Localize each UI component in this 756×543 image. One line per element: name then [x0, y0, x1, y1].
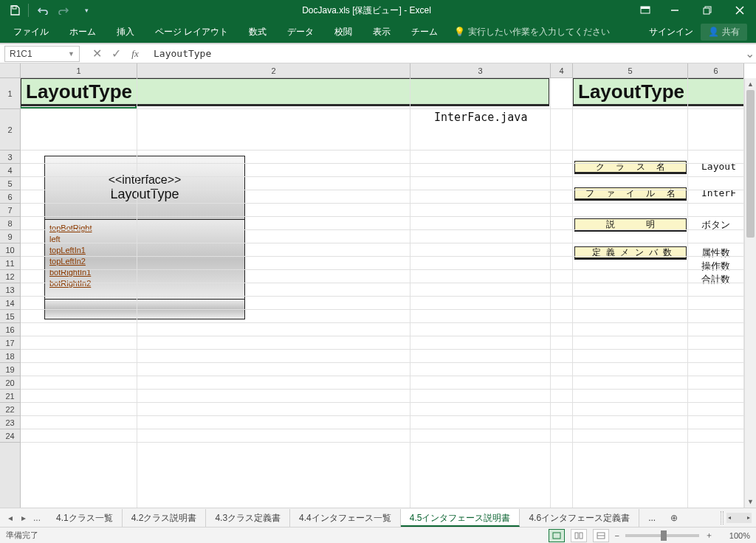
- row-header[interactable]: 18: [0, 350, 20, 363]
- restore-button[interactable]: [691, 0, 724, 21]
- status-bar: 準備完了 − ＋ 100%: [0, 527, 756, 543]
- undo-icon[interactable]: [32, 1, 52, 19]
- tab-view[interactable]: 表示: [362, 21, 401, 43]
- ribbon-display-options-icon[interactable]: [632, 0, 659, 21]
- row-header[interactable]: 4: [0, 164, 20, 177]
- row-header[interactable]: 19: [0, 363, 20, 376]
- column-header[interactable]: 2: [137, 63, 410, 77]
- insert-function-icon[interactable]: fx: [126, 46, 145, 62]
- select-all-corner[interactable]: [0, 63, 21, 78]
- signin-link[interactable]: サインイン: [649, 26, 693, 38]
- tab-file[interactable]: ファイル: [3, 21, 59, 43]
- sheet-tab[interactable]: 4.3クラス定義書: [206, 509, 290, 527]
- row-header[interactable]: 24: [0, 429, 20, 443]
- source-file-label: InterFace.java: [434, 111, 527, 124]
- sheet-tab-bar: ◂ ▸ ... 4.1クラス一覧4.2クラス説明書4.3クラス定義書4.4インタ…: [0, 508, 756, 527]
- vertical-scrollbar[interactable]: ▲ ▼: [744, 78, 756, 508]
- column-header[interactable]: 1: [21, 63, 137, 77]
- row-header[interactable]: 9: [0, 230, 20, 243]
- window-title: DocJava.xls [保護ビュー] - Excel: [101, 4, 632, 17]
- formula-input[interactable]: LayoutType: [145, 46, 743, 62]
- zoom-slider[interactable]: [625, 534, 699, 537]
- tab-more-right[interactable]: ...: [639, 509, 664, 527]
- tab-data[interactable]: データ: [277, 21, 324, 43]
- share-button[interactable]: 👤 共有: [701, 24, 747, 41]
- enter-formula-icon[interactable]: ✓: [106, 46, 126, 62]
- tab-insert[interactable]: 挿入: [106, 21, 145, 43]
- redo-icon[interactable]: [54, 1, 75, 19]
- row-header[interactable]: 15: [0, 310, 20, 323]
- row-header[interactable]: 1: [0, 78, 20, 109]
- add-sheet-button[interactable]: ⊕: [664, 513, 684, 523]
- formula-bar-expand-icon[interactable]: ⌄: [743, 46, 756, 60]
- row-header[interactable]: 7: [0, 204, 20, 217]
- tab-team[interactable]: チーム: [401, 21, 448, 43]
- row-header[interactable]: 16: [0, 323, 20, 336]
- qat-customize-icon[interactable]: ▾: [76, 1, 97, 19]
- row-header[interactable]: 2: [0, 109, 20, 151]
- uml-member[interactable]: botRightIn2: [49, 278, 240, 289]
- tab-formulas[interactable]: 数式: [238, 21, 277, 43]
- minimize-button[interactable]: [659, 0, 691, 21]
- title-banner-left: LayoutType: [21, 78, 549, 106]
- column-header[interactable]: 6: [688, 63, 744, 77]
- ribbon-tabs: ファイル ホーム 挿入 ページ レイアウト 数式 データ 校閲 表示 チーム 💡…: [0, 21, 756, 43]
- sheet-tab[interactable]: 4.1クラス一覧: [47, 509, 123, 527]
- scroll-up-icon[interactable]: ▲: [745, 78, 756, 90]
- save-icon[interactable]: [4, 1, 25, 19]
- sheet-tab[interactable]: 4.4インタフェース一覧: [290, 509, 401, 527]
- tell-me-search[interactable]: 💡 実行したい作業を入力してください: [448, 21, 610, 43]
- row-header[interactable]: 3: [0, 151, 20, 164]
- tab-split-handle[interactable]: [721, 511, 724, 525]
- row-header[interactable]: 13: [0, 283, 20, 297]
- sheet-tab[interactable]: 4.5インタフェース説明書: [401, 509, 520, 527]
- zoom-in-button[interactable]: ＋: [705, 530, 713, 541]
- scroll-down-icon[interactable]: ▼: [745, 496, 756, 508]
- row-header[interactable]: 21: [0, 390, 20, 403]
- zoom-slider-knob[interactable]: [661, 530, 667, 541]
- row-header[interactable]: 8: [0, 217, 20, 230]
- sheet-tab[interactable]: 4.2クラス説明書: [123, 509, 207, 527]
- row-header[interactable]: 6: [0, 190, 20, 204]
- title-bar: ▾ DocJava.xls [保護ビュー] - Excel: [0, 0, 756, 21]
- sheet-tab[interactable]: 4.6インタフェース定義書: [520, 509, 639, 527]
- value-attr-count: 属性数: [701, 246, 730, 260]
- column-header[interactable]: 5: [573, 63, 688, 77]
- view-normal-icon[interactable]: [549, 529, 565, 542]
- row-header[interactable]: 12: [0, 270, 20, 283]
- uml-member[interactable]: topLeftIn1: [49, 245, 240, 256]
- cells-grid[interactable]: LayoutType LayoutType InterFace.java ク ラ…: [21, 78, 744, 508]
- tab-home[interactable]: ホーム: [59, 21, 106, 43]
- scroll-thumb[interactable]: [746, 90, 755, 238]
- tab-review[interactable]: 校閲: [324, 21, 362, 43]
- svg-rect-7: [575, 533, 578, 539]
- row-header[interactable]: 11: [0, 257, 20, 270]
- tab-page-layout[interactable]: ページ レイアウト: [145, 21, 238, 43]
- row-header[interactable]: 22: [0, 403, 20, 416]
- row-header[interactable]: 14: [0, 297, 20, 310]
- cancel-formula-icon[interactable]: ✕: [87, 46, 106, 62]
- column-header[interactable]: 3: [410, 63, 551, 77]
- zoom-out-button[interactable]: −: [615, 531, 619, 540]
- view-page-layout-icon[interactable]: [571, 529, 587, 542]
- uml-member[interactable]: topLeftIn2: [49, 256, 240, 267]
- zoom-percentage[interactable]: 100%: [719, 531, 750, 540]
- row-header[interactable]: 23: [0, 416, 20, 429]
- view-page-break-icon[interactable]: [593, 529, 609, 542]
- column-header[interactable]: 4: [551, 63, 573, 77]
- name-box[interactable]: R1C1 ▼: [4, 46, 80, 62]
- row-header[interactable]: 5: [0, 177, 20, 190]
- uml-member[interactable]: topBotRight: [49, 223, 240, 234]
- row-header[interactable]: 20: [0, 376, 20, 390]
- tab-nav-prev-icon[interactable]: ▸: [18, 513, 30, 523]
- title-banner-right: LayoutType: [573, 78, 744, 106]
- tab-nav-more[interactable]: ...: [31, 513, 43, 523]
- chevron-down-icon[interactable]: ▼: [68, 50, 75, 58]
- row-header[interactable]: 10: [0, 243, 20, 257]
- row-headers: 123456789101112131415161718192021222324: [0, 78, 21, 508]
- horizontal-scrollbar[interactable]: ◂▸: [726, 513, 752, 523]
- share-label: 共有: [722, 26, 740, 38]
- row-header[interactable]: 17: [0, 336, 20, 350]
- tab-nav-first-icon[interactable]: ◂: [4, 513, 16, 523]
- close-button[interactable]: [724, 0, 756, 21]
